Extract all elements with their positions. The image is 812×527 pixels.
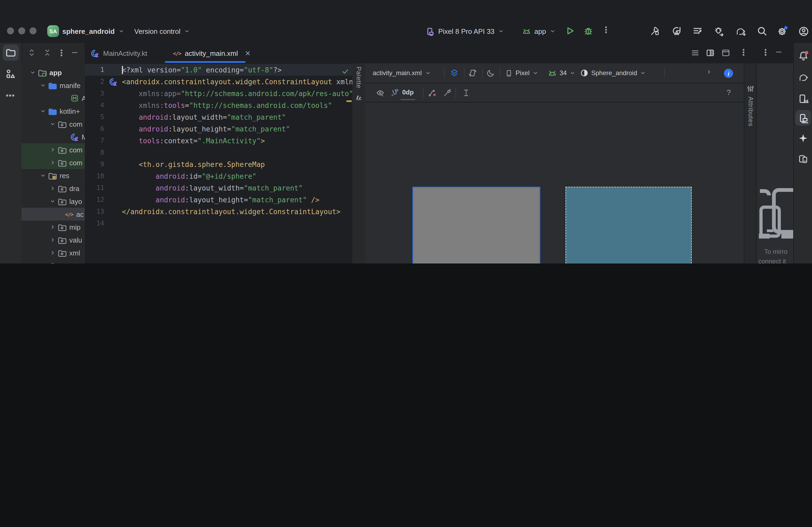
close-tab-icon[interactable]: ✕	[245, 49, 251, 57]
run-button[interactable]	[565, 26, 576, 36]
gemini-icon[interactable]	[798, 133, 809, 144]
run-config-selector[interactable]: app	[522, 24, 555, 38]
tree-row-com[interactable]: com	[21, 156, 85, 169]
tree-row-app[interactable]: app	[21, 66, 85, 79]
mac-close-button[interactable]	[7, 27, 14, 34]
chevron-down-icon[interactable]	[48, 121, 57, 127]
mac-minimize-button[interactable]	[18, 27, 25, 34]
mac-zoom-button[interactable]	[30, 27, 37, 34]
tree-row-mip[interactable]: mip	[21, 221, 85, 234]
attributes-strip[interactable]: Attributes	[744, 63, 757, 264]
more-tools-icon[interactable]	[5, 91, 16, 102]
code-line-2[interactable]: 2<androidx.constraintlayout.widget.Const…	[85, 76, 352, 88]
running-devices-icon[interactable]	[798, 113, 809, 123]
chevron-right-icon[interactable]	[48, 237, 57, 243]
night-mode-icon[interactable]	[487, 69, 495, 77]
code-line-12[interactable]: 12 android:layout_height="match_parent" …	[85, 194, 352, 206]
code-line-7[interactable]: 7 tools:context=".MainActivity">	[85, 135, 352, 147]
code-line-3[interactable]: 3 xmlns:app="http://schemas.android.com/…	[85, 88, 352, 99]
account-avatar-button[interactable]	[798, 26, 809, 36]
tree-row-manife[interactable]: manife	[21, 79, 85, 92]
expand-toolbar-icon[interactable]	[706, 69, 714, 77]
version-control-menu[interactable]: Version control	[134, 24, 190, 38]
tree-row-kotlin-[interactable]: kotlin+	[21, 105, 85, 118]
tree-row-layo[interactable]: layo	[21, 195, 85, 208]
design-surface-icon[interactable]	[450, 69, 459, 77]
project-tool-icon[interactable]	[5, 47, 16, 58]
more-actions-button[interactable]	[602, 26, 613, 36]
split-view-icon[interactable]	[706, 48, 715, 57]
code-line-14[interactable]: 14	[85, 217, 352, 229]
design-preview-selected[interactable]: WebView	[412, 187, 540, 264]
device-manager-icon[interactable]	[798, 93, 809, 104]
code-line-4[interactable]: 4 xmlns:tools="http://schemas.android.co…	[85, 99, 352, 111]
inspection-ok-icon[interactable]	[342, 67, 349, 75]
code-line-10[interactable]: 10 android:id="@+id/sphere"	[85, 170, 352, 182]
code-editor[interactable]: 1<?xml version="1.0" encoding="utf-8"?>2…	[85, 63, 352, 264]
chevron-right-icon[interactable]	[48, 160, 57, 166]
chevron-right-icon[interactable]	[48, 250, 57, 256]
palette-tab[interactable]: Palette	[355, 66, 362, 102]
blueprint-preview[interactable]: sphere	[566, 187, 692, 264]
device-selector[interactable]: Pixel 8 Pro API 33	[426, 24, 504, 38]
code-line-11[interactable]: 11 android:layout_width="match_parent"	[85, 182, 352, 194]
tree-row-and[interactable]: And	[21, 92, 85, 105]
chevron-down-icon[interactable]	[38, 82, 48, 89]
tree-row-com[interactable]: com	[21, 118, 85, 131]
tree-row-res[interactable]: res	[21, 169, 85, 182]
device-mirroring-icon[interactable]	[798, 153, 809, 164]
chevron-down-icon[interactable]	[28, 69, 38, 76]
design-view-icon[interactable]	[721, 48, 730, 57]
run-configurations-button[interactable]	[692, 26, 703, 36]
tree-row-xml[interactable]: xml	[21, 246, 85, 259]
build-button[interactable]	[650, 26, 661, 36]
infer-constraints-icon[interactable]	[443, 89, 452, 97]
editor-options-icon[interactable]	[740, 48, 748, 56]
chevron-down-icon[interactable]	[38, 108, 48, 114]
hide-panel-icon[interactable]	[775, 48, 782, 56]
chevron-right-icon[interactable]	[48, 147, 57, 153]
guidelines-icon[interactable]	[462, 89, 470, 97]
tab-mainactivity[interactable]: MainActivity.kt	[90, 43, 147, 63]
code-view-icon[interactable]	[691, 48, 700, 57]
chevron-down-icon[interactable]	[38, 172, 48, 179]
debug-button[interactable]	[583, 26, 594, 36]
code-line-9[interactable]: 9 <th.or.gistda.sphere.SphereMap	[85, 158, 352, 170]
resource-manager-icon[interactable]	[5, 69, 16, 79]
chevron-down-icon[interactable]	[48, 198, 57, 205]
code-line-8[interactable]: 8	[85, 147, 352, 158]
clear-constraints-icon[interactable]	[428, 89, 437, 97]
gradle-tool-icon[interactable]	[798, 72, 809, 82]
code-line-13[interactable]: 13</androidx.constraintlayout.widget.Con…	[85, 206, 352, 217]
autoconnect-icon[interactable]	[390, 89, 399, 97]
select-opened-file-icon[interactable]	[28, 49, 35, 56]
design-device-selector[interactable]: Pixel	[505, 63, 539, 82]
help-icon[interactable]: ?	[727, 88, 731, 96]
default-margin-selector[interactable]: 0dp	[401, 85, 416, 100]
tree-row-com[interactable]: com	[21, 143, 85, 156]
tree-row-res[interactable]: res (ge	[21, 259, 85, 264]
tree-row-ac[interactable]: </>ac	[21, 208, 85, 221]
apply-changes-button[interactable]	[671, 26, 682, 36]
tree-row-m[interactable]: M	[21, 131, 85, 143]
chevron-right-icon[interactable]	[48, 185, 57, 192]
view-options-icon[interactable]	[376, 89, 385, 97]
tree-row-valu[interactable]: valu	[21, 234, 85, 246]
design-file-selector[interactable]: activity_main.xml	[373, 63, 432, 82]
collapse-all-icon[interactable]	[44, 49, 51, 56]
chevron-right-icon[interactable]	[48, 224, 57, 230]
search-everywhere-button[interactable]	[757, 26, 767, 36]
project-options-icon[interactable]	[57, 49, 66, 57]
settings-button[interactable]	[777, 26, 788, 36]
attach-debugger-button[interactable]	[714, 26, 724, 36]
info-icon[interactable]: i	[724, 69, 733, 78]
tab-activity-main[interactable]: </> activity_main.xml ✕	[173, 43, 251, 63]
hide-project-panel-icon[interactable]	[71, 49, 78, 56]
code-line-6[interactable]: 6 android:layout_height="match_parent"	[85, 123, 352, 135]
code-line-5[interactable]: 5 android:layout_width="match_parent"	[85, 111, 352, 123]
project-selector[interactable]: SA sphere_android	[47, 24, 124, 38]
code-line-1[interactable]: 1<?xml version="1.0" encoding="utf-8"?>	[85, 64, 352, 76]
design-api-selector[interactable]: 34	[548, 63, 576, 82]
design-surface[interactable]: WebView sphere	[365, 103, 744, 264]
orientation-icon[interactable]	[468, 69, 477, 77]
